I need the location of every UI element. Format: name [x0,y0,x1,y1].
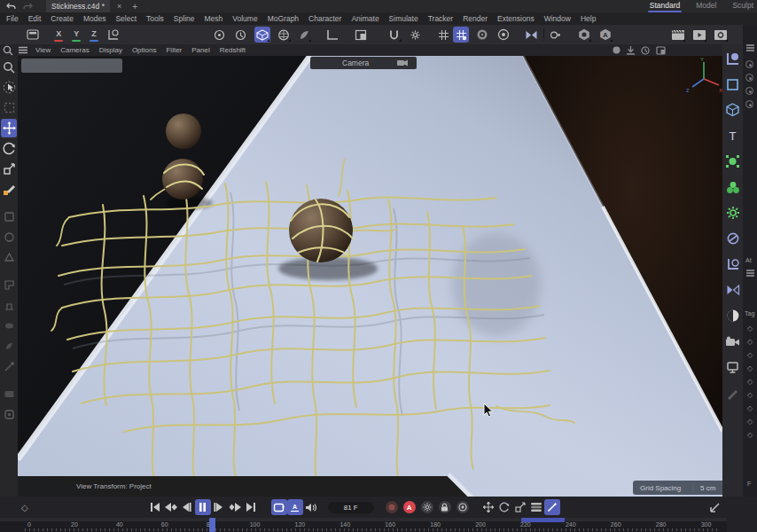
goto-end-button[interactable] [243,499,259,515]
magnet-snap-icon[interactable] [386,27,402,43]
axis-mode-icon[interactable] [324,27,340,43]
key-pla-icon[interactable] [528,499,544,515]
modeling-tool-icon[interactable] [1,228,17,246]
camera-label-bar[interactable]: Camera [310,57,417,69]
menu-extensions[interactable]: Extensions [497,14,535,23]
target-b-icon[interactable] [496,27,511,43]
rotate-tool-icon[interactable] [1,139,17,158]
subdivision-surface-icon[interactable] [724,150,742,173]
menu-simulate[interactable]: Simulate [389,14,418,23]
menu-mesh[interactable]: Mesh [205,14,223,23]
symmetry-butterfly-icon[interactable] [524,27,540,43]
shaded-view-icon[interactable] [613,46,620,54]
redo-icon[interactable] [22,1,34,12]
menu-render[interactable]: Render [463,14,488,23]
mode-dot-icon[interactable] [212,27,228,43]
tag-icon--[interactable]: ◇ [747,351,753,359]
objects-burger-icon[interactable] [746,44,754,51]
generator-gear-icon[interactable] [724,201,742,224]
object-visibility-dot[interactable] [745,74,753,82]
document-tab[interactable]: Stickiness.c4d * [46,0,110,12]
tag-icon--[interactable]: ◇ [747,404,753,412]
goto-start-button[interactable] [147,499,163,515]
loop-mode-button[interactable] [271,499,287,515]
menu-select[interactable]: Select [115,14,137,23]
vp-menu-display[interactable]: Display [99,46,122,54]
render-picture-viewer-icon[interactable] [691,27,707,43]
layout-tab-standard[interactable]: Standard [650,0,681,12]
menu-tracker[interactable]: Tracker [428,14,454,23]
modeling-tool-icon[interactable] [1,248,17,267]
menu-edit[interactable]: Edit [28,14,42,23]
keyframe-target-button[interactable] [457,501,469,513]
field-icon[interactable] [724,227,742,250]
scale-tool-icon[interactable] [1,160,17,178]
material-ball-icon[interactable] [724,304,742,327]
tag-icon--[interactable]: ◇ [747,378,753,386]
key-scale-icon[interactable] [512,499,528,515]
view-panel-icon[interactable] [656,46,666,55]
search-tool-icon[interactable] [1,58,17,76]
move-tool-icon[interactable] [1,119,17,137]
pen-points-tool-icon[interactable] [1,180,17,199]
render-settings-icon[interactable] [713,27,729,43]
stage-monitor-icon[interactable] [724,356,742,379]
timeline-expand-icon[interactable] [706,500,722,516]
keyframe-diamond-icon[interactable]: ◇ [21,503,28,512]
tag-icon--[interactable]: ◇ [747,338,753,346]
spline-corner-icon[interactable] [724,253,742,276]
spline-pen-icon[interactable] [724,47,742,70]
viewport-canvas[interactable]: Camera Y X Z View Transform: Project Gr [18,56,722,497]
prev-frame-button[interactable] [179,499,195,515]
axis-lock-y-button[interactable]: Y [70,27,82,42]
workplane-icon[interactable] [353,27,369,43]
keyframe-paint-button[interactable] [544,499,560,515]
menu-volume[interactable]: Volume [232,14,257,23]
symmetry-icon[interactable] [724,278,742,301]
next-frame-button[interactable] [211,499,227,515]
grid-icon[interactable] [435,27,451,43]
play-mode-button[interactable]: A [287,499,303,515]
next-key-button[interactable] [227,499,243,515]
tag-icon--[interactable]: ◇ [747,391,753,399]
modeling-tool-icon[interactable] [1,357,17,376]
menu-modes[interactable]: Modes [83,14,106,23]
tag-icon--[interactable]: ◇ [747,325,753,332]
object-visibility-dot[interactable] [745,87,753,95]
plane-primitive-icon[interactable] [724,73,742,96]
cloner-icon[interactable] [724,176,742,199]
modeling-tool-icon[interactable] [1,405,17,424]
playhead[interactable] [209,518,215,532]
autokey-button[interactable]: A [403,501,416,513]
sound-button[interactable] [303,499,319,515]
selection-box-tool-icon[interactable] [1,98,17,117]
timeline-ruler[interactable]: 0204060801001201401601802002202402602803… [0,518,727,532]
vp-menu-view[interactable]: View [35,46,51,54]
attributes-burger-icon[interactable] [746,270,754,277]
viewport-burger-icon[interactable] [19,46,27,54]
modeling-tool-icon[interactable] [1,337,17,356]
menu-file[interactable]: File [6,14,19,23]
pause-button[interactable] [195,499,211,515]
render-view-icon[interactable] [670,27,686,43]
vp-menu-redshift[interactable]: Redshift [220,46,246,54]
record-button[interactable] [386,501,398,513]
vp-menu-options[interactable]: Options [132,46,157,54]
cube-primitive-icon[interactable] [724,98,742,121]
modeling-tool-icon[interactable] [1,317,17,335]
target-a-icon[interactable] [474,27,490,43]
modeling-tool-icon[interactable] [1,276,17,294]
lock-button[interactable] [439,501,451,513]
menu-help[interactable]: Help [581,14,596,23]
layout-frame-icon[interactable] [25,27,41,43]
camera-object-icon[interactable] [724,330,742,353]
axis-lock-x-button[interactable]: X [52,27,65,42]
modeling-tool-icon[interactable] [1,296,17,315]
modeling-settings-icon[interactable] [548,27,564,43]
modeling-tool-icon[interactable] [1,385,17,403]
tab-close-icon[interactable]: × [117,2,121,11]
vp-menu-panel[interactable]: Panel [191,46,209,54]
menu-window[interactable]: Window [544,14,571,23]
mode-object-icon[interactable] [233,27,249,43]
menu-character[interactable]: Character [308,14,341,23]
